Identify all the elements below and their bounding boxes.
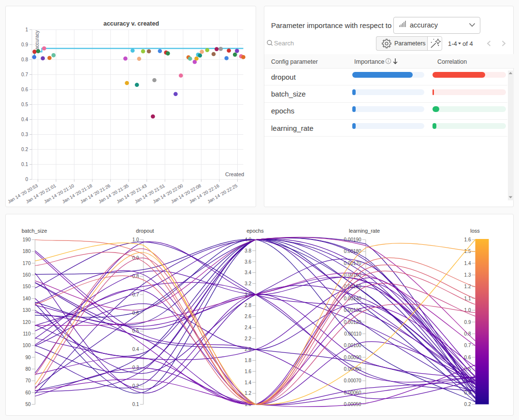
svg-text:0.00110: 0.00110: [344, 331, 361, 336]
svg-text:150: 150: [23, 284, 31, 289]
svg-text:1.2: 1.2: [245, 391, 251, 396]
svg-text:3.6: 3.6: [245, 259, 251, 265]
svg-text:Jan 14 '20 20:53: Jan 14 '20 20:53: [7, 183, 39, 205]
svg-text:1: 1: [25, 27, 28, 32]
svg-text:120: 120: [23, 320, 31, 325]
svg-text:0.4: 0.4: [132, 347, 139, 352]
svg-text:loss: loss: [470, 228, 480, 234]
svg-text:0.2: 0.2: [464, 402, 471, 407]
svg-text:0.6: 0.6: [21, 87, 28, 92]
svg-text:50: 50: [25, 402, 31, 407]
svg-text:2.2: 2.2: [245, 336, 251, 341]
svg-text:2.4: 2.4: [245, 325, 251, 330]
svg-text:190: 190: [23, 237, 31, 242]
svg-text:Created: Created: [225, 171, 244, 177]
svg-text:epochs: epochs: [246, 228, 264, 234]
svg-text:2.8: 2.8: [245, 303, 251, 308]
svg-text:90: 90: [25, 355, 31, 360]
svg-text:0.9: 0.9: [464, 320, 471, 325]
svg-text:3.2: 3.2: [245, 281, 251, 286]
svg-text:0: 0: [25, 177, 28, 182]
svg-text:180: 180: [23, 249, 31, 254]
svg-text:140: 140: [23, 296, 31, 301]
svg-text:accuracy v. created: accuracy v. created: [103, 20, 159, 27]
svg-text:160: 160: [23, 272, 31, 278]
svg-text:0.7: 0.7: [464, 343, 471, 348]
svg-text:1.3: 1.3: [464, 272, 471, 278]
svg-text:1.6: 1.6: [464, 237, 471, 242]
svg-text:70: 70: [25, 378, 31, 383]
svg-text:0.9: 0.9: [21, 42, 28, 47]
svg-text:60: 60: [25, 390, 31, 395]
svg-text:1.4: 1.4: [464, 261, 471, 266]
svg-text:100: 100: [23, 343, 31, 348]
svg-text:2.6: 2.6: [245, 314, 251, 319]
svg-text:0.6: 0.6: [464, 355, 471, 360]
svg-text:0.1: 0.1: [21, 162, 28, 167]
svg-text:0.00090: 0.00090: [344, 355, 362, 360]
svg-text:batch_size: batch_size: [22, 228, 47, 234]
svg-text:dropout: dropout: [136, 228, 154, 234]
svg-text:3.8: 3.8: [245, 248, 251, 253]
svg-text:0.5: 0.5: [21, 102, 28, 107]
svg-text:0.2: 0.2: [21, 147, 28, 152]
svg-text:1.8: 1.8: [245, 358, 251, 363]
svg-text:0.3: 0.3: [21, 132, 28, 137]
svg-text:accuracy: accuracy: [34, 30, 40, 50]
svg-text:1.6: 1.6: [245, 369, 251, 374]
svg-text:110: 110: [23, 331, 31, 336]
svg-text:0.00070: 0.00070: [344, 378, 362, 383]
svg-text:0.4: 0.4: [21, 117, 28, 122]
svg-text:1.4: 1.4: [245, 380, 251, 385]
svg-text:1.0: 1.0: [132, 237, 139, 242]
svg-text:0.7: 0.7: [132, 292, 139, 297]
svg-text:130: 130: [23, 308, 31, 313]
svg-text:learning_rate: learning_rate: [349, 228, 380, 234]
svg-text:0.7: 0.7: [21, 72, 28, 77]
svg-text:170: 170: [23, 261, 31, 266]
svg-text:80: 80: [25, 366, 31, 372]
svg-text:0.8: 0.8: [21, 57, 28, 62]
svg-text:3.4: 3.4: [245, 270, 251, 275]
svg-text:0.00130: 0.00130: [344, 308, 362, 313]
svg-text:0.1: 0.1: [132, 402, 139, 407]
